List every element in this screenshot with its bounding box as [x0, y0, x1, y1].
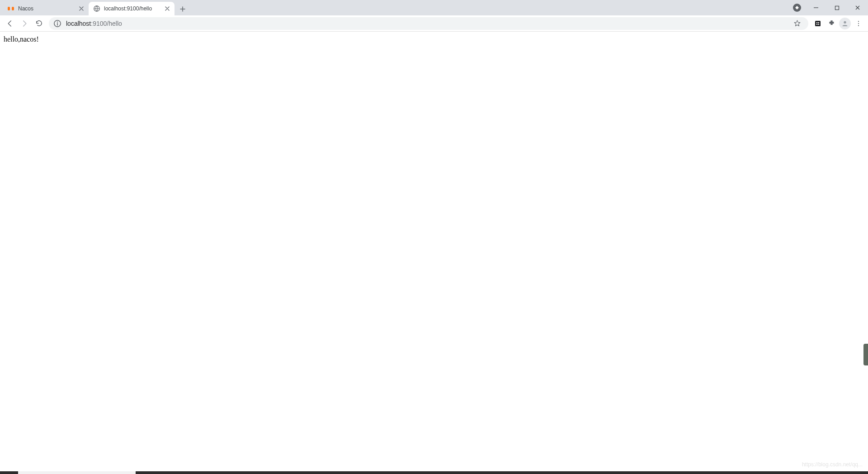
bookmark-star-icon[interactable]: [790, 17, 804, 30]
tab-localhost-hello[interactable]: localhost:9100/hello: [89, 2, 175, 15]
profile-avatar-button[interactable]: [839, 18, 851, 29]
window-minimize-button[interactable]: [806, 1, 826, 14]
tab-close-button[interactable]: [78, 5, 85, 12]
url-port: 9100: [91, 20, 107, 27]
tab-close-button[interactable]: [164, 5, 171, 12]
svg-rect-1: [12, 7, 14, 10]
page-body-text: hello,nacos!: [4, 35, 864, 43]
taskbar-search-region[interactable]: [18, 471, 136, 474]
taskbar[interactable]: [0, 471, 868, 474]
account-chip-icon[interactable]: [793, 4, 801, 12]
globe-favicon-icon: [93, 5, 100, 12]
svg-point-14: [858, 23, 859, 24]
address-bar[interactable]: localhost9100/hello: [49, 17, 808, 30]
nacos-favicon-icon: [7, 5, 14, 12]
tab-title: localhost:9100/hello: [104, 5, 164, 12]
browser-toolbar: localhost9100/hello: [0, 15, 868, 32]
tab-strip: Nacos localhost:9100/hello: [0, 0, 868, 15]
svg-rect-11: [818, 24, 819, 24]
reload-button[interactable]: [32, 16, 46, 31]
svg-point-13: [858, 21, 859, 22]
svg-rect-6: [57, 23, 58, 25]
window-maximize-button[interactable]: [826, 1, 847, 14]
svg-rect-3: [835, 6, 839, 9]
extensions-puzzle-icon[interactable]: [825, 17, 838, 30]
url-host: localhost: [66, 20, 91, 27]
svg-point-15: [858, 25, 859, 26]
side-handle[interactable]: [863, 344, 868, 365]
svg-point-12: [844, 21, 846, 23]
watermark-text: https://blog.csdn.net/qq...: [802, 461, 863, 468]
chrome-menu-button[interactable]: [852, 17, 865, 30]
svg-rect-0: [8, 7, 10, 10]
svg-rect-9: [818, 22, 819, 23]
tab-title: Nacos: [18, 5, 78, 12]
page-viewport: hello,nacos!: [0, 32, 868, 47]
window-close-button[interactable]: [847, 1, 868, 14]
omnibox-container: localhost9100/hello: [49, 17, 808, 30]
back-button[interactable]: [3, 16, 17, 31]
svg-rect-8: [816, 22, 817, 23]
svg-rect-7: [815, 21, 821, 26]
svg-point-5: [57, 21, 58, 22]
omnibox-actions: [790, 17, 804, 30]
extension-square-icon[interactable]: [811, 17, 825, 30]
url-path: /hello: [107, 20, 122, 27]
site-info-icon[interactable]: [53, 19, 61, 28]
new-tab-button[interactable]: [176, 3, 189, 15]
forward-button[interactable]: [17, 16, 32, 31]
tab-nacos[interactable]: Nacos: [3, 2, 89, 15]
svg-rect-10: [816, 24, 817, 24]
window-controls: [793, 0, 868, 15]
